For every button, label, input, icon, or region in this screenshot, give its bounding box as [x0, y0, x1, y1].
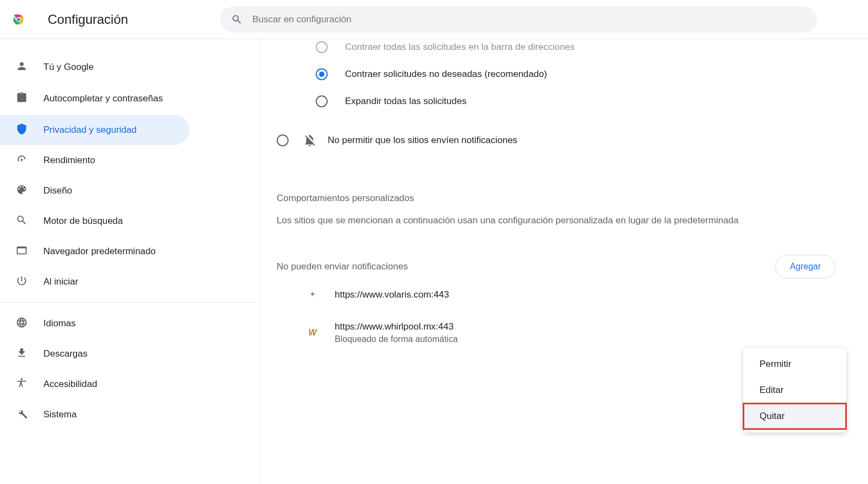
sidebar-item-label: Sistema	[43, 409, 76, 420]
sidebar-item-label: Motor de búsqueda	[43, 216, 123, 227]
radio-label: Contraer solicitudes no deseadas (recome…	[345, 69, 547, 80]
person-icon	[15, 60, 28, 75]
palette-icon	[15, 184, 28, 198]
sidebar-item-label: Diseño	[43, 185, 72, 196]
sidebar-item-default-browser[interactable]: Navegador predeterminado	[0, 236, 189, 267]
custom-behaviors-heading: Comportamientos personalizados	[277, 193, 835, 204]
sidebar-item-label: Accesibilidad	[43, 379, 97, 390]
sidebar-item-accessibility[interactable]: Accesibilidad	[0, 369, 189, 399]
radio-icon	[316, 41, 328, 53]
chrome-logo-icon	[11, 12, 26, 27]
sidebar-item-performance[interactable]: Rendimiento	[0, 145, 189, 176]
context-menu: Permitir Editar Quitar	[743, 348, 846, 433]
sidebar-item-you-and-google[interactable]: Tú y Google	[0, 52, 189, 82]
sidebar-item-system[interactable]: Sistema	[0, 399, 189, 430]
sidebar-item-search-engine[interactable]: Motor de búsqueda	[0, 206, 189, 236]
site-url: https://www.volaris.com:443	[335, 288, 449, 301]
accessibility-icon	[15, 377, 28, 392]
radio-collapse-omnibox[interactable]: Contraer todas las solicitudes en la bar…	[316, 34, 835, 61]
menu-item-allow[interactable]: Permitir	[743, 351, 846, 377]
sidebar-item-label: Navegador predeterminado	[43, 246, 156, 257]
menu-item-edit[interactable]: Editar	[743, 377, 846, 403]
bell-off-icon	[303, 133, 317, 147]
radio-icon	[277, 134, 289, 146]
wrench-icon	[15, 408, 28, 422]
sidebar-item-on-startup[interactable]: Al iniciar	[0, 267, 189, 297]
shield-icon	[15, 123, 28, 138]
sidebar-item-autofill[interactable]: Autocompletar y contraseñas	[0, 82, 189, 115]
custom-behaviors-desc: Los sitios que se mencionan a continuaci…	[277, 214, 749, 228]
content: Contraer todas las solicitudes en la bar…	[260, 39, 868, 484]
download-icon	[15, 347, 28, 362]
clipboard-icon	[15, 92, 28, 106]
sidebar-item-label: Tú y Google	[43, 62, 94, 73]
browser-icon	[15, 244, 28, 259]
sidebar-item-label: Privacidad y seguridad	[43, 125, 137, 135]
favicon-icon: W	[307, 327, 318, 339]
radio-expand-all[interactable]: Expandir todas las solicitudes	[316, 88, 835, 115]
globe-icon	[15, 317, 28, 331]
search-icon	[15, 214, 28, 229]
radio-checked-icon	[316, 68, 328, 80]
sidebar-item-label: Al iniciar	[43, 276, 78, 287]
sidebar-item-downloads[interactable]: Descargas	[0, 339, 189, 369]
sidebar-item-privacy[interactable]: Privacidad y seguridad	[0, 115, 189, 145]
radio-label: Expandir todas las solicitudes	[345, 96, 467, 107]
radio-block-notifications[interactable]: No permitir que los sitios envíen notifi…	[277, 126, 835, 155]
site-url: https://www.whirlpool.mx:443	[335, 320, 458, 333]
sidebar-item-label: Rendimiento	[43, 155, 95, 166]
site-row[interactable]: ✦ https://www.volaris.com:443	[277, 279, 835, 311]
sidebar-item-appearance[interactable]: Diseño	[0, 176, 189, 206]
search-box[interactable]	[220, 7, 817, 33]
blocked-list-label: No pueden enviar notificaciones	[277, 261, 408, 272]
speedometer-icon	[15, 153, 28, 168]
radio-label: No permitir que los sitios envíen notifi…	[328, 135, 518, 146]
menu-item-remove[interactable]: Quitar	[743, 403, 846, 429]
sidebar: Tú y Google Autocompletar y contraseñas …	[0, 39, 260, 484]
page-title: Configuración	[48, 12, 128, 27]
sidebar-item-label: Descargas	[43, 349, 87, 359]
site-sub: Bloqueado de forma automática	[335, 333, 458, 345]
add-button[interactable]: Agregar	[775, 255, 835, 279]
radio-collapse-unwanted[interactable]: Contraer solicitudes no deseadas (recome…	[316, 61, 835, 88]
radio-icon	[316, 95, 328, 107]
sidebar-item-label: Idiomas	[43, 318, 76, 329]
sidebar-item-label: Autocompletar y contraseñas	[43, 93, 163, 104]
search-icon	[231, 14, 242, 25]
power-icon	[15, 275, 28, 289]
search-input[interactable]	[252, 14, 806, 25]
radio-label: Contraer todas las solicitudes en la bar…	[345, 42, 575, 53]
favicon-icon: ✦	[307, 288, 318, 300]
sidebar-item-languages[interactable]: Idiomas	[0, 308, 189, 339]
